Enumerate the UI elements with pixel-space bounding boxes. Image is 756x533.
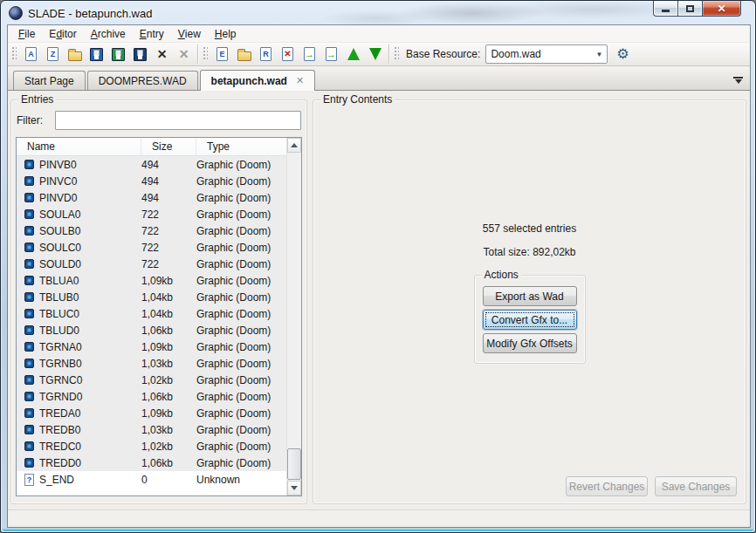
entry-type: Graphic (Doom) xyxy=(196,374,286,386)
table-row[interactable]: PINVC0494Graphic (Doom) xyxy=(17,173,286,189)
entry-size: 1,09kb xyxy=(141,341,196,353)
column-header-size[interactable]: Size xyxy=(141,138,196,155)
tab-betapunch-wad[interactable]: betapunch.wad✕ xyxy=(200,70,316,91)
table-row[interactable]: TREDA01,09kbGraphic (Doom) xyxy=(17,405,286,421)
menu-help[interactable]: Help xyxy=(208,25,244,42)
column-header-name[interactable]: Name xyxy=(17,138,141,155)
move-up-button[interactable] xyxy=(342,44,364,65)
table-row[interactable]: SOULD0722Graphic (Doom) xyxy=(17,256,286,272)
base-resource-group: Base Resource: Doom.wad ▼ ⚙ xyxy=(406,44,634,65)
table-row[interactable]: TBLUA01,09kbGraphic (Doom) xyxy=(17,272,286,289)
delete-entry-button[interactable]: ✕ xyxy=(277,44,299,65)
table-row[interactable]: TGRND01,06kbGraphic (Doom) xyxy=(17,388,286,405)
entry-size: 494 xyxy=(141,192,196,204)
toolbar-grip[interactable] xyxy=(203,47,208,61)
save-all-button[interactable] xyxy=(129,44,151,65)
save-icon xyxy=(90,48,103,61)
table-row[interactable]: SOULA0722Graphic (Doom) xyxy=(17,206,286,222)
minimize-button[interactable] xyxy=(653,1,678,17)
menu-editor[interactable]: Editor xyxy=(42,25,83,42)
table-row[interactable]: TREDB01,03kbGraphic (Doom) xyxy=(17,421,286,438)
menu-entry[interactable]: Entry xyxy=(133,25,171,42)
export-entry-button[interactable]: → xyxy=(320,44,342,65)
window-controls: ✕ xyxy=(654,1,741,17)
menu-bar: FileEditorArchiveEntryViewHelp xyxy=(8,25,750,43)
new-entry-button[interactable]: E xyxy=(211,44,233,65)
entry-name: TGRNC0 xyxy=(39,374,82,386)
entry-size: 1,06kb xyxy=(141,457,196,469)
entry-name: TGRNA0 xyxy=(39,341,82,353)
tab-doompres-wad[interactable]: DOOMPRES.WAD xyxy=(87,71,198,90)
entry-contents-title: Entry Contents xyxy=(320,93,395,106)
toolbar-grip[interactable] xyxy=(395,47,399,61)
table-row[interactable]: TGRNC01,02kbGraphic (Doom) xyxy=(17,372,286,388)
entry-name: TGRND0 xyxy=(39,391,82,403)
new-wad-button[interactable]: A xyxy=(20,44,42,65)
scroll-up-button[interactable] xyxy=(287,138,301,153)
menu-view[interactable]: View xyxy=(171,25,208,42)
entry-name: TBLUD0 xyxy=(39,325,79,337)
close-button[interactable]: ✕ xyxy=(151,44,173,65)
toolbar-group-2: ER✕→→ xyxy=(211,44,386,65)
toolbar-grip[interactable] xyxy=(12,47,17,61)
entry-type: Graphic (Doom) xyxy=(196,424,286,436)
scrollbar-thumb[interactable] xyxy=(287,448,301,480)
menu-file[interactable]: File xyxy=(11,25,42,42)
save-changes-button[interactable]: Save Changes xyxy=(655,476,737,496)
import-entry-button[interactable]: → xyxy=(299,44,320,65)
entry-name: TREDD0 xyxy=(39,457,81,469)
table-row[interactable]: ?S_END0Unknown xyxy=(17,471,286,488)
table-row[interactable]: TGRNA01,09kbGraphic (Doom) xyxy=(17,338,286,355)
open-archive-button[interactable] xyxy=(64,44,86,65)
title-bar[interactable]: SLADE - betapunch.wad ✕ xyxy=(1,1,755,25)
revert-changes-button[interactable]: Revert Changes xyxy=(566,476,648,496)
tab-start-page[interactable]: Start Page xyxy=(13,71,86,90)
entry-size: 494 xyxy=(141,159,196,171)
table-row[interactable]: TREDD01,06kbGraphic (Doom) xyxy=(17,454,286,471)
entry-name: PINVC0 xyxy=(39,175,77,188)
base-resource-select[interactable]: Doom.wad ▼ xyxy=(485,44,608,64)
table-row[interactable]: TBLUD01,06kbGraphic (Doom) xyxy=(17,322,286,338)
new-directory-button[interactable] xyxy=(233,44,255,65)
table-row[interactable]: TREDC01,02kbGraphic (Doom) xyxy=(17,438,286,454)
save-button[interactable] xyxy=(86,44,107,65)
toolbar-separator xyxy=(388,44,389,64)
move-up-icon xyxy=(347,48,360,60)
main-content: Entries Filter: Name Size Type PINVB0494… xyxy=(8,92,750,509)
entry-name: TBLUC0 xyxy=(39,308,79,320)
graphic-entry-icon xyxy=(24,176,34,186)
table-row[interactable]: TGRNB01,03kbGraphic (Doom) xyxy=(17,355,286,372)
entry-type: Graphic (Doom) xyxy=(196,391,286,403)
tab-list-dropdown[interactable] xyxy=(733,77,743,84)
entry-name: SOULB0 xyxy=(39,225,80,237)
maximize-button[interactable] xyxy=(677,1,703,17)
close-icon: ✕ xyxy=(157,48,168,60)
entry-size: 1,03kb xyxy=(141,424,196,436)
table-row[interactable]: TBLUB01,04kbGraphic (Doom) xyxy=(17,289,286,305)
column-header-type[interactable]: Type xyxy=(196,138,286,155)
new-zip-button[interactable]: Z xyxy=(42,44,64,65)
entry-list-body: PINVB0494Graphic (Doom)PINVC0494Graphic … xyxy=(17,156,286,495)
table-row[interactable]: TBLUC01,04kbGraphic (Doom) xyxy=(17,305,286,322)
close-all-button[interactable]: ✕ xyxy=(173,44,195,65)
move-down-button[interactable] xyxy=(364,44,386,65)
base-resource-settings-button[interactable]: ⚙ xyxy=(611,44,634,65)
table-row[interactable]: PINVD0494Graphic (Doom) xyxy=(17,189,286,206)
tab-close-icon[interactable]: ✕ xyxy=(296,76,304,85)
rename-entry-button[interactable]: R xyxy=(255,44,277,65)
table-row[interactable]: SOULB0722Graphic (Doom) xyxy=(17,222,286,239)
slade-app-icon xyxy=(9,6,23,20)
convert-gfx-to-button[interactable]: Convert Gfx to... xyxy=(483,310,577,330)
export-as-wad-button[interactable]: Export as Wad xyxy=(483,286,577,306)
filter-input[interactable] xyxy=(55,111,301,130)
entry-list-scrollbar[interactable] xyxy=(286,138,301,495)
table-row[interactable]: PINVB0494Graphic (Doom) xyxy=(17,156,286,173)
save-as-button[interactable] xyxy=(107,44,129,65)
graphic-entry-icon xyxy=(24,209,34,219)
scroll-down-button[interactable] xyxy=(287,481,301,495)
table-row[interactable]: SOULC0722Graphic (Doom) xyxy=(17,239,286,256)
menu-archive[interactable]: Archive xyxy=(84,25,133,42)
close-button[interactable]: ✕ xyxy=(702,1,741,17)
modify-gfx-offsets-button[interactable]: Modify Gfx Offsets xyxy=(483,333,577,353)
rename-entry-icon: R xyxy=(260,47,271,61)
